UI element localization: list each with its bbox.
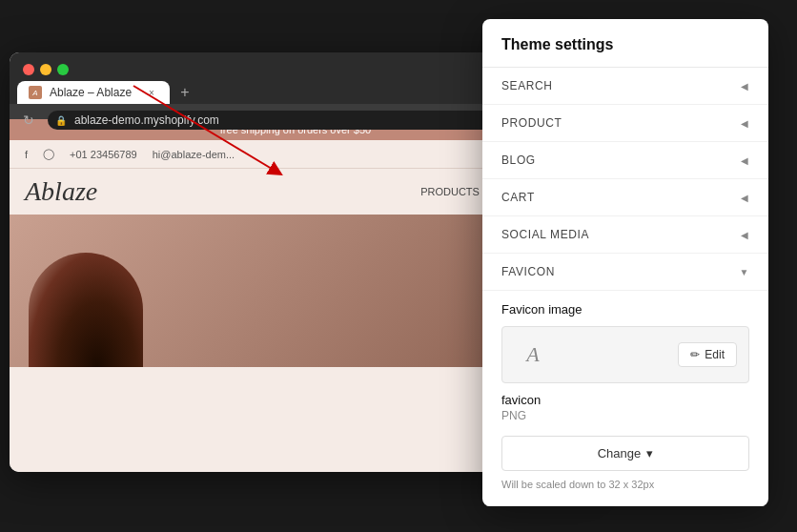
traffic-yellow[interactable]	[40, 64, 51, 75]
favicon-change-button[interactable]: Change ▾	[501, 436, 749, 471]
chevron-down-icon: ▼	[740, 267, 750, 277]
tab-title: Ablaze – Ablaze	[50, 86, 132, 99]
favicon-edit-button[interactable]: ✏ Edit	[678, 342, 737, 367]
favicon-scale-note: Will be scaled down to 32 x 32px	[501, 479, 749, 490]
menu-item-product[interactable]: PRODUCT ◀	[482, 105, 768, 142]
site-logo: Ablaze	[25, 176, 97, 207]
menu-item-search[interactable]: SEARCH ◀	[482, 68, 768, 105]
change-btn-label: Change	[598, 446, 642, 460]
pencil-icon: ✏	[690, 348, 700, 361]
favicon-preview-image: A	[514, 336, 552, 374]
chevron-right-icon: ◀	[741, 81, 749, 92]
menu-item-favicon-label: FAVICON	[501, 265, 555, 278]
reload-button[interactable]: ↻	[17, 109, 40, 132]
svg-line-0	[133, 86, 276, 172]
social-facebook-icon: f	[25, 149, 28, 160]
favicon-image-label: Favicon image	[501, 291, 749, 326]
menu-item-blog-label: BLOG	[501, 153, 536, 167]
traffic-green[interactable]	[57, 64, 69, 75]
chevron-right-icon: ◀	[741, 118, 749, 129]
menu-item-cart-label: CART	[501, 191, 535, 204]
nav-products[interactable]: PRODUCTS	[420, 186, 480, 197]
dropdown-arrow-icon: ▾	[646, 446, 653, 460]
social-instagram-icon: ◯	[43, 148, 54, 160]
panel-title: Theme settings	[501, 36, 749, 53]
edit-btn-label: Edit	[705, 348, 725, 361]
tab-favicon-icon: A	[29, 86, 42, 99]
menu-item-search-label: SEARCH	[501, 79, 553, 92]
favicon-file-type: PNG	[501, 409, 749, 422]
menu-item-social-media-label: SOCIAL MEDIA	[501, 228, 589, 241]
hero-hair-graphic	[29, 253, 143, 367]
menu-item-blog[interactable]: BLOG ◀	[482, 142, 768, 179]
panel-header: Theme settings	[482, 19, 768, 68]
lock-icon: 🔒	[55, 115, 67, 126]
favicon-image-box: A ✏ Edit	[501, 326, 749, 383]
annotation-arrow	[124, 76, 296, 191]
chevron-right-icon: ◀	[741, 155, 749, 166]
favicon-info: favicon PNG	[501, 383, 749, 426]
favicon-file-name: favicon	[501, 393, 749, 407]
traffic-red[interactable]	[23, 64, 34, 75]
menu-item-cart[interactable]: CART ◀	[482, 179, 768, 216]
favicon-section: Favicon image A ✏ Edit favicon PNG Chang…	[482, 291, 768, 506]
chevron-right-icon: ◀	[741, 193, 749, 203]
chevron-right-icon: ◀	[741, 230, 749, 240]
menu-item-social-media[interactable]: SOCIAL MEDIA ◀	[482, 216, 768, 254]
theme-settings-panel: Theme settings SEARCH ◀ PRODUCT ◀ BLOG ◀…	[482, 19, 768, 506]
menu-item-product-label: PRODUCT	[501, 116, 562, 130]
menu-item-favicon[interactable]: FAVICON ▼	[482, 254, 768, 291]
